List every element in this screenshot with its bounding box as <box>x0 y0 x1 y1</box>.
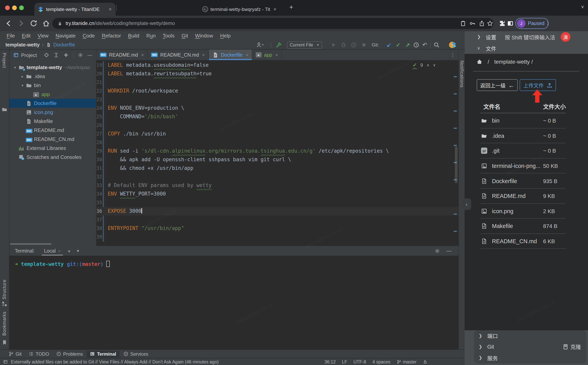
code-line-35[interactable]: 35 <box>97 198 458 207</box>
tree-item-dockerfile[interactable]: Dockerfile <box>9 99 96 108</box>
code-line-30[interactable]: 30 && apk add -U openssh-client sshpass … <box>97 155 458 164</box>
code-line-29[interactable]: 29RUN sed -i 's/dl-cdn.alpinelinux.org/m… <box>97 147 458 155</box>
menu-git[interactable]: Git <box>178 33 191 39</box>
code-line-31[interactable]: 31 && chmod +x /usr/bin/app <box>97 164 458 173</box>
search-everywhere-icon[interactable] <box>433 42 440 48</box>
file-row-terminal-icon-png-[interactable]: terminal-icon-png...50 KB <box>465 159 588 174</box>
locate-file-icon[interactable] <box>44 52 49 58</box>
settings-gear-icon[interactable] <box>78 52 83 58</box>
tree-item-makefile[interactable]: Makefile <box>9 117 96 126</box>
git-push-icon[interactable]: ↗ <box>405 42 411 48</box>
macos-maximize-icon[interactable] <box>19 6 24 10</box>
editor-tab-app[interactable]: ▸app× <box>252 49 282 60</box>
expand-all-icon[interactable] <box>54 52 59 58</box>
status-message[interactable]: Externally added files can be added to G… <box>11 359 219 364</box>
status-utf-8[interactable]: UTF-8 <box>353 359 366 364</box>
file-row-bin[interactable]: bin~ 0 B <box>465 113 588 128</box>
debug-bug-icon[interactable] <box>340 42 347 48</box>
menu-navigate[interactable]: Navigate <box>52 33 79 39</box>
settings-section-header[interactable]: ❯ 设置 按 Shift 键切换输入法 演 <box>465 31 588 42</box>
new-tab-button[interactable]: + <box>286 2 296 13</box>
url-bar[interactable]: try.titanide.cn/ide/web/coding/template-… <box>52 18 494 29</box>
browser-back-icon[interactable] <box>5 20 13 27</box>
code-line-38[interactable]: 38ENTRYPOINT "/usr/bin/app" <box>97 224 458 233</box>
file-row--idea[interactable]: .idea~ 0 B <box>465 128 588 143</box>
side-panel-icon[interactable] <box>507 20 513 27</box>
status-lf[interactable]: LF <box>342 359 347 364</box>
toolwindow-services-button[interactable]: Services <box>120 350 151 357</box>
menu-edit[interactable]: Edit <box>18 33 34 39</box>
browser-tab[interactable]: template-wetty - TitanIDE× <box>34 3 116 16</box>
hide-panel-icon[interactable]: — <box>87 52 92 58</box>
toolwindow-terminal-button[interactable]: Terminal <box>87 350 119 357</box>
menu-run[interactable]: Run <box>143 33 159 39</box>
run-play-icon[interactable] <box>330 42 336 48</box>
tree-item-scratches-and-consoles[interactable]: Scratches and Consoles <box>9 153 96 161</box>
tab-close-icon[interactable]: × <box>141 52 144 58</box>
status-4-spaces[interactable]: 4 spaces <box>372 359 391 364</box>
menu-view[interactable]: View <box>34 33 52 39</box>
code-line-21[interactable]: 21 <box>97 78 458 87</box>
tab-search-chevron-icon[interactable]: ∨ <box>581 4 584 9</box>
code-line-34[interactable]: 34ENV WETTY_PORT=3000 <box>97 190 458 198</box>
home-icon[interactable] <box>476 59 483 65</box>
toolwindow-problems-button[interactable]: Problems <box>53 350 86 357</box>
file-row--git[interactable]: git.git~ 0 B <box>465 143 588 158</box>
code-line-28[interactable]: 28 <box>97 138 458 147</box>
menu-file[interactable]: File <box>3 33 18 39</box>
tab-close-icon[interactable]: × <box>108 6 112 12</box>
git-commit-icon[interactable]: ✓ <box>395 42 401 48</box>
build-wrench-icon[interactable] <box>276 42 282 48</box>
toolwindow-bookmarks-tab[interactable]: Bookmarks <box>2 311 7 336</box>
section-端口[interactable]: ❯端口 <box>474 330 587 341</box>
password-key-icon[interactable] <box>469 20 476 27</box>
tree-item-app[interactable]: ▸app <box>9 90 96 99</box>
demo-badge[interactable]: 演 <box>561 32 570 42</box>
code-line-23[interactable]: 23 <box>97 95 458 104</box>
terminal-tab-local[interactable]: Local × <box>43 246 61 256</box>
editor-tab-options-icon[interactable]: ⋮ <box>450 49 458 60</box>
code-line-37[interactable]: 37 <box>97 216 458 224</box>
code-line-26[interactable]: 26 <box>97 121 458 130</box>
tree-item-external-libraries[interactable]: External Libraries <box>9 144 96 153</box>
section-服务[interactable]: ❯服务 <box>474 352 587 364</box>
code-line-20[interactable]: 20LABEL metadata.rewritesubpath=true <box>97 70 458 78</box>
new-terminal-icon[interactable]: + <box>68 248 71 254</box>
code-line-33[interactable]: 33# Default ENV params used by wetty <box>97 181 458 190</box>
menu-refactor[interactable]: Refactor <box>98 33 124 39</box>
menu-tools[interactable]: Tools <box>159 33 178 39</box>
file-row-dockerfile[interactable]: Dockerfile935 B <box>465 174 588 189</box>
bookmark-star-icon[interactable] <box>487 20 493 27</box>
url-lock-icon[interactable] <box>57 21 63 26</box>
toolwindow-structure-tab[interactable]: Structure <box>2 280 7 299</box>
code-line-22[interactable]: 22WORKDIR /root/workspace <box>97 87 458 95</box>
tree-item-bin[interactable]: ▾bin <box>9 81 96 90</box>
history-clock-icon[interactable] <box>413 42 419 48</box>
toolwindow-todo-button[interactable]: TODO <box>26 350 52 357</box>
user-caret-icon[interactable]: ▾ <box>261 42 264 48</box>
tab-close-icon[interactable]: × <box>275 52 278 58</box>
tree-chevron-icon[interactable]: ▾ <box>12 65 18 69</box>
macos-minimize-icon[interactable] <box>12 6 17 10</box>
tab-close-icon[interactable]: × <box>273 6 277 12</box>
git-update-icon[interactable]: ↙ <box>386 42 392 48</box>
code-line-24[interactable]: 24ENV NODE_ENV=production \ <box>97 104 458 112</box>
tree-chevron-icon[interactable]: ▸ <box>19 74 26 78</box>
status-unlock[interactable] <box>423 359 427 364</box>
breadcrumb-project[interactable]: template-wetty <box>6 42 40 48</box>
collapse-all-icon[interactable] <box>63 52 69 58</box>
run-coverage-icon[interactable] <box>351 42 357 48</box>
code-line-25[interactable]: 25 COMMAND='/bin/bash' <box>97 112 458 121</box>
browser-reload-icon[interactable] <box>30 20 37 27</box>
intention-bulb-icon[interactable] <box>107 200 111 205</box>
upload-file-button[interactable]: 上传文件 <box>520 79 556 91</box>
titanide-gem-icon[interactable] <box>451 42 457 48</box>
share-icon[interactable] <box>479 20 485 27</box>
file-row-makefile[interactable]: Makefile874 B <box>465 219 588 234</box>
extensions-puzzle-icon[interactable] <box>499 20 505 27</box>
terminal-dropdown-icon[interactable]: ▼ <box>76 249 80 253</box>
clipboard-icon[interactable] <box>460 20 466 27</box>
breadcrumb-file[interactable]: Dockerfile <box>53 42 75 48</box>
tree-item-template-wetty[interactable]: ▾template-wetty ~/workspac <box>9 63 96 72</box>
code-line-39[interactable]: 39 <box>97 233 458 241</box>
